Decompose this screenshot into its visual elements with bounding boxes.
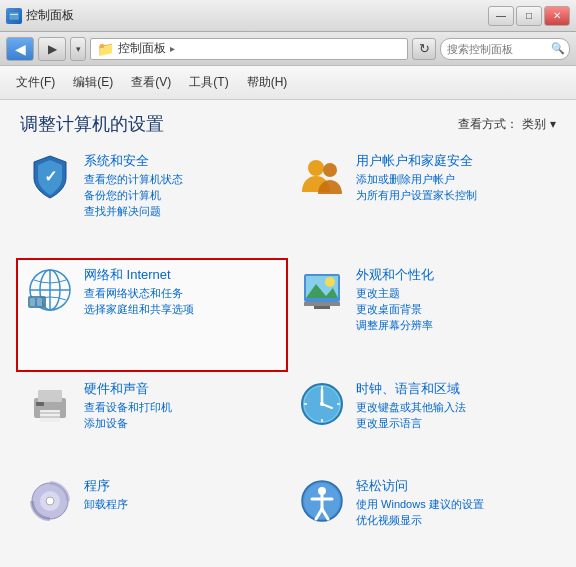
- folder-icon: 📁: [97, 41, 114, 57]
- security-text: 系统和安全 查看您的计算机状态 备份您的计算机 查找并解决问题: [84, 152, 183, 219]
- clock-link-0[interactable]: 更改键盘或其他输入法: [356, 400, 466, 415]
- address-arrow: ▸: [170, 43, 175, 54]
- access-icon: [298, 477, 346, 525]
- search-input[interactable]: [447, 43, 547, 55]
- search-icon: 🔍: [551, 42, 565, 55]
- toolbar: 文件(F) 编辑(E) 查看(V) 工具(T) 帮助(H): [0, 66, 576, 100]
- hardware-title[interactable]: 硬件和声音: [84, 380, 172, 398]
- network-links: 查看网络状态和任务 选择家庭组和共享选项: [84, 286, 194, 317]
- clock-text: 时钟、语言和区域 更改键盘或其他输入法 更改显示语言: [356, 380, 466, 431]
- appearance-link-1[interactable]: 更改桌面背景: [356, 302, 434, 317]
- security-links: 查看您的计算机状态 备份您的计算机 查找并解决问题: [84, 172, 183, 219]
- menu-view[interactable]: 查看(V): [123, 71, 179, 94]
- network-link-1[interactable]: 选择家庭组和共享选项: [84, 302, 194, 317]
- content-header: 调整计算机的设置 查看方式： 类别 ▾: [0, 100, 576, 144]
- svg-rect-14: [304, 302, 340, 306]
- security-title[interactable]: 系统和安全: [84, 152, 183, 170]
- svg-rect-10: [30, 298, 35, 306]
- menu-edit[interactable]: 编辑(E): [65, 71, 121, 94]
- svg-point-16: [325, 277, 335, 287]
- user-link-0[interactable]: 添加或删除用户帐户: [356, 172, 477, 187]
- network-icon: [26, 266, 74, 314]
- address-bar: ◀ ▶ ▾ 📁 控制面板 ▸ ↻ 🔍: [0, 32, 576, 66]
- window-title: 控制面板: [26, 7, 74, 24]
- hardware-text: 硬件和声音 查看设备和打印机 添加设备: [84, 380, 172, 431]
- svg-point-27: [320, 402, 324, 406]
- appearance-title[interactable]: 外观和个性化: [356, 266, 434, 284]
- menu-file[interactable]: 文件(F): [8, 71, 63, 94]
- svg-rect-11: [37, 298, 42, 306]
- svg-rect-0: [9, 12, 19, 20]
- user-link-1[interactable]: 为所有用户设置家长控制: [356, 188, 477, 203]
- category-network[interactable]: 网络和 Internet 查看网络状态和任务 选择家庭组和共享选项: [16, 258, 288, 372]
- title-bar: 控制面板 — □ ✕: [0, 0, 576, 32]
- title-bar-left: 控制面板: [6, 7, 74, 24]
- security-icon: ✓: [26, 152, 74, 200]
- svg-rect-21: [40, 412, 60, 414]
- category-clock[interactable]: 时钟、语言和区域 更改键盘或其他输入法 更改显示语言: [288, 372, 560, 470]
- categories-grid: ✓ 系统和安全 查看您的计算机状态 备份您的计算机 查找并解决问题: [0, 144, 576, 567]
- window-icon: [6, 8, 22, 24]
- appearance-links: 更改主题 更改桌面背景 调整屏幕分辨率: [356, 286, 434, 333]
- chevron-down-icon: ▾: [550, 117, 556, 131]
- hardware-links: 查看设备和打印机 添加设备: [84, 400, 172, 431]
- security-link-2[interactable]: 查找并解决问题: [84, 204, 183, 219]
- svg-rect-18: [38, 390, 62, 402]
- appearance-link-2[interactable]: 调整屏幕分辨率: [356, 318, 434, 333]
- security-link-0[interactable]: 查看您的计算机状态: [84, 172, 183, 187]
- address-text: 控制面板: [118, 40, 166, 57]
- category-programs[interactable]: 程序 卸载程序: [16, 469, 288, 567]
- user-links: 添加或删除用户帐户 为所有用户设置家长控制: [356, 172, 477, 203]
- user-title[interactable]: 用户帐户和家庭安全: [356, 152, 477, 170]
- hardware-link-1[interactable]: 添加设备: [84, 416, 172, 431]
- page-title: 调整计算机的设置: [20, 112, 164, 136]
- network-title[interactable]: 网络和 Internet: [84, 266, 194, 284]
- programs-text: 程序 卸载程序: [84, 477, 128, 512]
- refresh-button[interactable]: ↻: [412, 38, 436, 60]
- view-selector[interactable]: 查看方式： 类别 ▾: [458, 116, 556, 133]
- search-box[interactable]: 🔍: [440, 38, 570, 60]
- access-link-0[interactable]: 使用 Windows 建议的设置: [356, 497, 484, 512]
- dropdown-button[interactable]: ▾: [70, 37, 86, 61]
- network-text: 网络和 Internet 查看网络状态和任务 选择家庭组和共享选项: [84, 266, 194, 317]
- programs-link-0[interactable]: 卸载程序: [84, 497, 128, 512]
- programs-title[interactable]: 程序: [84, 477, 128, 495]
- window-controls: — □ ✕: [488, 6, 570, 26]
- access-link-1[interactable]: 优化视频显示: [356, 513, 484, 528]
- clock-links: 更改键盘或其他输入法 更改显示语言: [356, 400, 466, 431]
- forward-button[interactable]: ▶: [38, 37, 66, 61]
- main-content: 调整计算机的设置 查看方式： 类别 ▾ ✓ 系统和安全 查看您的计算机状态 备份…: [0, 100, 576, 567]
- appearance-text: 外观和个性化 更改主题 更改桌面背景 调整屏幕分辨率: [356, 266, 434, 333]
- clock-icon: [298, 380, 346, 428]
- clock-link-1[interactable]: 更改显示语言: [356, 416, 466, 431]
- category-security[interactable]: ✓ 系统和安全 查看您的计算机状态 备份您的计算机 查找并解决问题: [16, 144, 288, 258]
- category-hardware[interactable]: 硬件和声音 查看设备和打印机 添加设备: [16, 372, 288, 470]
- svg-point-3: [308, 160, 324, 176]
- view-label: 查看方式：: [458, 116, 518, 133]
- minimize-button[interactable]: —: [488, 6, 514, 26]
- address-input[interactable]: 📁 控制面板 ▸: [90, 38, 408, 60]
- security-link-1[interactable]: 备份您的计算机: [84, 188, 183, 203]
- category-appearance[interactable]: 外观和个性化 更改主题 更改桌面背景 调整屏幕分辨率: [288, 258, 560, 372]
- view-mode: 类别: [522, 116, 546, 133]
- programs-icon: [26, 477, 74, 525]
- access-links: 使用 Windows 建议的设置 优化视频显示: [356, 497, 484, 528]
- svg-rect-22: [40, 416, 60, 418]
- appearance-link-0[interactable]: 更改主题: [356, 286, 434, 301]
- svg-point-4: [323, 163, 337, 177]
- menu-help[interactable]: 帮助(H): [239, 71, 296, 94]
- close-button[interactable]: ✕: [544, 6, 570, 26]
- svg-point-34: [46, 497, 54, 505]
- maximize-button[interactable]: □: [516, 6, 542, 26]
- hardware-link-0[interactable]: 查看设备和打印机: [84, 400, 172, 415]
- category-access[interactable]: 轻松访问 使用 Windows 建议的设置 优化视频显示: [288, 469, 560, 567]
- category-user[interactable]: 用户帐户和家庭安全 添加或删除用户帐户 为所有用户设置家长控制: [288, 144, 560, 258]
- back-button[interactable]: ◀: [6, 37, 34, 61]
- access-text: 轻松访问 使用 Windows 建议的设置 优化视频显示: [356, 477, 484, 528]
- clock-title[interactable]: 时钟、语言和区域: [356, 380, 466, 398]
- network-link-0[interactable]: 查看网络状态和任务: [84, 286, 194, 301]
- hardware-icon: [26, 380, 74, 428]
- access-title[interactable]: 轻松访问: [356, 477, 484, 495]
- menu-tools[interactable]: 工具(T): [181, 71, 236, 94]
- svg-text:✓: ✓: [44, 168, 57, 185]
